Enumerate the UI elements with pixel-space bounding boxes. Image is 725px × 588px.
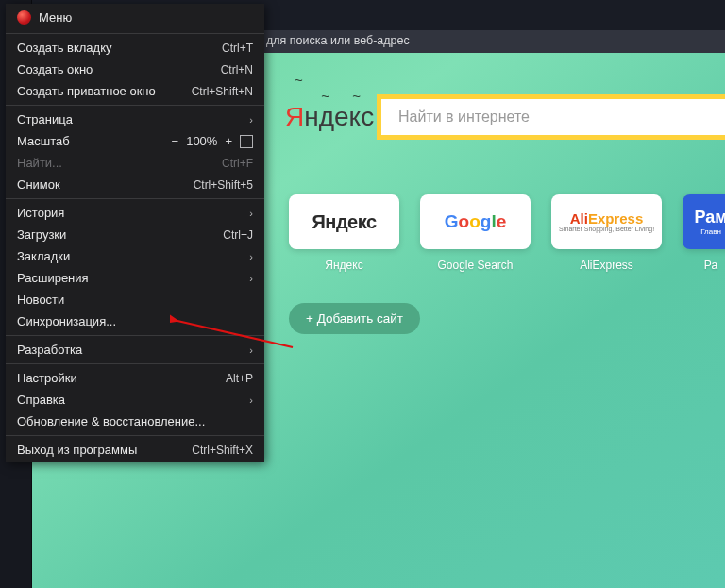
- menu-shortcut: Ctrl+Shift+X: [192, 444, 253, 457]
- main-menu: Меню Создать вкладку Ctrl+T Создать окно…: [6, 4, 264, 462]
- menu-item-label: Создать окно: [17, 62, 93, 76]
- chevron-right-icon: ›: [249, 273, 253, 284]
- menu-bookmarks[interactable]: Закладки ›: [6, 245, 264, 267]
- tile-rambler[interactable]: Рам Главн Ра: [683, 194, 725, 272]
- tile-label: AliExpress: [551, 259, 662, 272]
- zoom-in-button[interactable]: +: [225, 134, 232, 148]
- add-site-button[interactable]: + Добавить сайт: [289, 303, 420, 334]
- tile-ali-card: AliExpress Smarter Shopping, Better Livi…: [551, 194, 662, 249]
- menu-separator: [6, 435, 264, 436]
- birds-decoration: ~ ~ ~: [295, 72, 370, 104]
- rambler-tag: Главн: [700, 227, 721, 236]
- menu-shortcut: Ctrl+Shift+5: [194, 178, 253, 192]
- menu-extensions[interactable]: Расширения ›: [6, 267, 264, 289]
- menu-help[interactable]: Справка ›: [6, 389, 264, 411]
- menu-shortcut: Ctrl+N: [221, 63, 253, 76]
- yandex-logo: Яндекс: [285, 102, 374, 132]
- zoom-out-button[interactable]: −: [172, 134, 179, 148]
- menu-item-label: Расширения: [17, 271, 89, 285]
- menu-item-label: Настройки: [17, 371, 77, 385]
- chevron-right-icon: ›: [249, 114, 253, 126]
- menu-item-label: Новости: [17, 293, 64, 307]
- tile-google[interactable]: Google Google Search: [420, 194, 531, 272]
- speed-dial-tiles: Яндекс Яндекс Google Google Search AliEx…: [289, 194, 725, 272]
- ali-brand1: Ali: [570, 210, 588, 227]
- menu-sync[interactable]: Синхронизация...: [6, 311, 264, 332]
- ali-brand2: Express: [588, 210, 643, 227]
- menu-separator: [6, 363, 264, 364]
- menu-developer[interactable]: Разработка ›: [6, 339, 264, 361]
- yandex-logo-y: Я: [285, 102, 304, 131]
- menu-item-label: Создать приватное окно: [17, 84, 156, 98]
- menu-item-label: Создать вкладку: [17, 41, 112, 55]
- tile-yandex-card: Яндекс: [289, 194, 399, 249]
- menu-item-label: Закладки: [17, 249, 70, 263]
- menu-exit[interactable]: Выход из программы Ctrl+Shift+X: [6, 439, 264, 461]
- yandex-logo-rest: ндекс: [304, 102, 374, 131]
- rambler-brand: Рам: [694, 208, 725, 227]
- menu-new-tab[interactable]: Создать вкладку Ctrl+T: [6, 37, 264, 59]
- menu-item-label: Справка: [17, 393, 65, 407]
- menu-shortcut: Alt+P: [226, 372, 253, 385]
- menu-history[interactable]: История ›: [6, 202, 264, 224]
- menu-separator: [6, 198, 264, 199]
- tile-google-card: Google: [420, 194, 531, 249]
- menu-item-label: Масштаб: [17, 134, 70, 148]
- menu-settings[interactable]: Настройки Alt+P: [6, 367, 264, 389]
- tile-yandex[interactable]: Яндекс Яндекс: [289, 194, 399, 272]
- chevron-right-icon: ›: [249, 395, 253, 406]
- menu-page[interactable]: Страница ›: [6, 109, 264, 130]
- menu-separator: [6, 335, 264, 336]
- menu-item-label: Снимок: [17, 177, 60, 192]
- chevron-right-icon: ›: [249, 251, 253, 262]
- menu-item-label: Загрузки: [17, 227, 66, 242]
- menu-snapshot[interactable]: Снимок Ctrl+Shift+5: [6, 174, 264, 195]
- menu-find: Найти... Ctrl+F: [6, 152, 264, 174]
- tile-aliexpress[interactable]: AliExpress Smarter Shopping, Better Livi…: [551, 194, 662, 272]
- menu-update[interactable]: Обновление & восстановление...: [6, 411, 264, 432]
- menu-news[interactable]: Новости: [6, 289, 264, 311]
- menu-item-label: Страница: [17, 112, 73, 126]
- tile-label: Ра: [683, 259, 725, 272]
- menu-new-private[interactable]: Создать приватное окно Ctrl+Shift+N: [6, 80, 264, 102]
- menu-downloads[interactable]: Загрузки Ctrl+J: [6, 224, 264, 245]
- menu-shortcut: Ctrl+F: [222, 157, 253, 170]
- menu-separator: [6, 105, 264, 106]
- chevron-right-icon: ›: [249, 344, 253, 356]
- menu-title-row: Меню: [6, 6, 264, 30]
- tile-label: Google Search: [420, 259, 531, 272]
- chevron-right-icon: ›: [249, 208, 253, 219]
- menu-title: Меню: [39, 10, 72, 25]
- menu-shortcut: Ctrl+J: [223, 228, 253, 242]
- tile-rambler-card: Рам Главн: [683, 194, 725, 249]
- menu-zoom[interactable]: Масштаб − 100% +: [6, 130, 264, 152]
- tile-label: Яндекс: [289, 259, 399, 272]
- menu-shortcut: Ctrl+Shift+N: [192, 85, 253, 98]
- menu-item-label: Обновление & восстановление...: [17, 414, 205, 428]
- zoom-value: 100%: [186, 134, 217, 148]
- menu-new-window[interactable]: Создать окно Ctrl+N: [6, 59, 264, 80]
- menu-item-label: Разработка: [17, 343, 82, 357]
- menu-item-label: Синхронизация...: [17, 314, 116, 328]
- menu-item-label: Выход из программы: [17, 443, 137, 457]
- menu-shortcut: Ctrl+T: [222, 42, 253, 55]
- menu-separator: [6, 33, 264, 34]
- fullscreen-icon[interactable]: [240, 135, 253, 148]
- opera-icon: [17, 10, 31, 25]
- menu-item-label: Найти...: [17, 156, 62, 170]
- menu-item-label: История: [17, 206, 64, 220]
- search-input[interactable]: Найти в интернете: [377, 94, 725, 140]
- ali-tagline: Smarter Shopping, Better Living!: [559, 226, 654, 232]
